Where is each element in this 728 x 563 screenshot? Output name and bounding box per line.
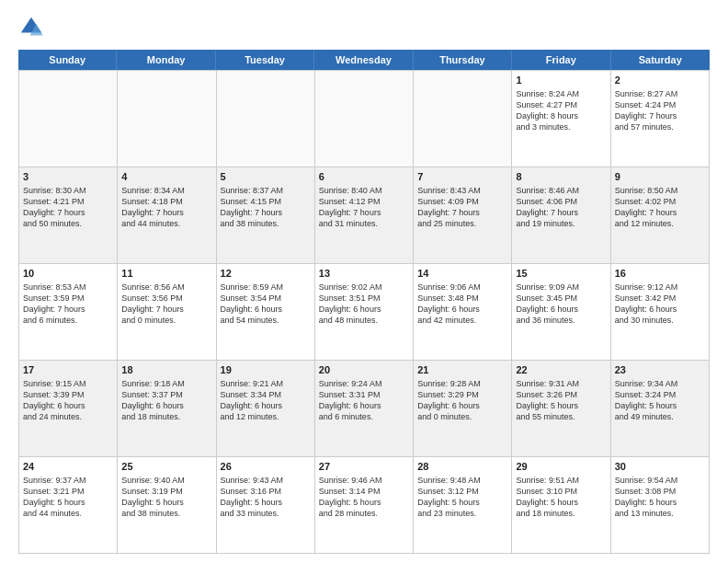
- week-row-1: 1Sunrise: 8:24 AM Sunset: 4:27 PM Daylig…: [19, 71, 710, 167]
- cell-info: Sunrise: 8:30 AM Sunset: 4:21 PM Dayligh…: [23, 185, 113, 230]
- calendar-header: SundayMondayTuesdayWednesdayThursdayFrid…: [18, 50, 710, 70]
- cell-info: Sunrise: 8:53 AM Sunset: 3:59 PM Dayligh…: [23, 282, 113, 327]
- cal-cell: 9Sunrise: 8:50 AM Sunset: 4:02 PM Daylig…: [611, 167, 710, 264]
- cell-info: Sunrise: 9:31 AM Sunset: 3:26 PM Dayligh…: [516, 378, 606, 423]
- cell-info: Sunrise: 8:59 AM Sunset: 3:54 PM Dayligh…: [221, 282, 311, 327]
- cal-cell: 17Sunrise: 9:15 AM Sunset: 3:39 PM Dayli…: [19, 361, 118, 457]
- cal-cell: 13Sunrise: 9:02 AM Sunset: 3:51 PM Dayli…: [315, 264, 414, 361]
- cal-cell: 28Sunrise: 9:48 AM Sunset: 3:12 PM Dayli…: [414, 457, 512, 554]
- cal-cell: [315, 71, 414, 167]
- day-number: 12: [221, 267, 311, 281]
- day-number: 6: [319, 170, 409, 184]
- day-number: 17: [23, 363, 113, 377]
- cal-cell: 4Sunrise: 8:34 AM Sunset: 4:18 PM Daylig…: [118, 167, 216, 264]
- cal-cell: 1Sunrise: 8:24 AM Sunset: 4:27 PM Daylig…: [512, 71, 610, 167]
- day-number: 3: [23, 170, 113, 184]
- day-number: 13: [319, 267, 409, 281]
- cal-cell: 15Sunrise: 9:09 AM Sunset: 3:45 PM Dayli…: [512, 264, 610, 361]
- cal-cell: 24Sunrise: 9:37 AM Sunset: 3:21 PM Dayli…: [19, 457, 118, 554]
- cell-info: Sunrise: 8:24 AM Sunset: 4:27 PM Dayligh…: [516, 88, 606, 133]
- day-number: 2: [615, 74, 705, 87]
- cell-info: Sunrise: 9:18 AM Sunset: 3:37 PM Dayligh…: [121, 378, 211, 423]
- cal-cell: 27Sunrise: 9:46 AM Sunset: 3:14 PM Dayli…: [315, 457, 414, 554]
- cell-info: Sunrise: 8:46 AM Sunset: 4:06 PM Dayligh…: [516, 185, 606, 230]
- cell-info: Sunrise: 9:28 AM Sunset: 3:29 PM Dayligh…: [417, 378, 507, 423]
- week-row-2: 3Sunrise: 8:30 AM Sunset: 4:21 PM Daylig…: [19, 167, 710, 264]
- cal-cell: 14Sunrise: 9:06 AM Sunset: 3:48 PM Dayli…: [414, 264, 512, 361]
- day-number: 14: [417, 267, 507, 281]
- calendar: SundayMondayTuesdayWednesdayThursdayFrid…: [18, 50, 710, 554]
- cell-info: Sunrise: 8:43 AM Sunset: 4:09 PM Dayligh…: [417, 185, 507, 230]
- day-number: 23: [615, 363, 705, 377]
- cell-info: Sunrise: 9:37 AM Sunset: 3:21 PM Dayligh…: [23, 475, 113, 520]
- header-day-monday: Monday: [117, 50, 215, 70]
- cell-info: Sunrise: 9:12 AM Sunset: 3:42 PM Dayligh…: [615, 282, 705, 327]
- header-day-wednesday: Wednesday: [314, 50, 413, 70]
- day-number: 11: [121, 267, 211, 281]
- day-number: 7: [417, 170, 507, 184]
- cal-cell: [414, 71, 512, 167]
- week-row-3: 10Sunrise: 8:53 AM Sunset: 3:59 PM Dayli…: [19, 264, 710, 361]
- cell-info: Sunrise: 9:02 AM Sunset: 3:51 PM Dayligh…: [319, 282, 409, 327]
- cell-info: Sunrise: 8:27 AM Sunset: 4:24 PM Dayligh…: [615, 88, 705, 133]
- cal-cell: 5Sunrise: 8:37 AM Sunset: 4:15 PM Daylig…: [217, 167, 315, 264]
- page: SundayMondayTuesdayWednesdayThursdayFrid…: [0, 0, 728, 563]
- calendar-body: 1Sunrise: 8:24 AM Sunset: 4:27 PM Daylig…: [18, 70, 710, 554]
- day-number: 26: [221, 460, 311, 474]
- cell-info: Sunrise: 9:21 AM Sunset: 3:34 PM Dayligh…: [221, 378, 311, 423]
- day-number: 22: [516, 363, 606, 377]
- header: [18, 15, 710, 40]
- header-day-saturday: Saturday: [611, 50, 710, 70]
- cal-cell: 29Sunrise: 9:51 AM Sunset: 3:10 PM Dayli…: [512, 457, 610, 554]
- day-number: 9: [615, 170, 705, 184]
- cell-info: Sunrise: 9:40 AM Sunset: 3:19 PM Dayligh…: [121, 475, 211, 520]
- cal-cell: 30Sunrise: 9:54 AM Sunset: 3:08 PM Dayli…: [611, 457, 710, 554]
- cell-info: Sunrise: 9:54 AM Sunset: 3:08 PM Dayligh…: [615, 475, 705, 520]
- cal-cell: 12Sunrise: 8:59 AM Sunset: 3:54 PM Dayli…: [217, 264, 315, 361]
- day-number: 16: [615, 267, 705, 281]
- cell-info: Sunrise: 8:50 AM Sunset: 4:02 PM Dayligh…: [615, 185, 705, 230]
- cell-info: Sunrise: 8:34 AM Sunset: 4:18 PM Dayligh…: [121, 185, 211, 230]
- cell-info: Sunrise: 9:51 AM Sunset: 3:10 PM Dayligh…: [516, 475, 606, 520]
- cal-cell: 18Sunrise: 9:18 AM Sunset: 3:37 PM Dayli…: [118, 361, 216, 457]
- cell-info: Sunrise: 9:46 AM Sunset: 3:14 PM Dayligh…: [319, 475, 409, 520]
- cal-cell: 3Sunrise: 8:30 AM Sunset: 4:21 PM Daylig…: [19, 167, 118, 264]
- week-row-5: 24Sunrise: 9:37 AM Sunset: 3:21 PM Dayli…: [19, 457, 710, 554]
- cal-cell: 16Sunrise: 9:12 AM Sunset: 3:42 PM Dayli…: [611, 264, 710, 361]
- cal-cell: 11Sunrise: 8:56 AM Sunset: 3:56 PM Dayli…: [118, 264, 216, 361]
- week-row-4: 17Sunrise: 9:15 AM Sunset: 3:39 PM Dayli…: [19, 361, 710, 457]
- day-number: 20: [319, 363, 409, 377]
- cal-cell: 2Sunrise: 8:27 AM Sunset: 4:24 PM Daylig…: [611, 71, 710, 167]
- cal-cell: 23Sunrise: 9:34 AM Sunset: 3:24 PM Dayli…: [611, 361, 710, 457]
- cal-cell: 10Sunrise: 8:53 AM Sunset: 3:59 PM Dayli…: [19, 264, 118, 361]
- cal-cell: [217, 71, 315, 167]
- cal-cell: 6Sunrise: 8:40 AM Sunset: 4:12 PM Daylig…: [315, 167, 414, 264]
- cal-cell: 22Sunrise: 9:31 AM Sunset: 3:26 PM Dayli…: [512, 361, 610, 457]
- cal-cell: 8Sunrise: 8:46 AM Sunset: 4:06 PM Daylig…: [512, 167, 610, 264]
- day-number: 4: [121, 170, 211, 184]
- cell-info: Sunrise: 8:40 AM Sunset: 4:12 PM Dayligh…: [319, 185, 409, 230]
- cal-cell: 21Sunrise: 9:28 AM Sunset: 3:29 PM Dayli…: [414, 361, 512, 457]
- header-day-thursday: Thursday: [414, 50, 512, 70]
- day-number: 8: [516, 170, 606, 184]
- cell-info: Sunrise: 9:15 AM Sunset: 3:39 PM Dayligh…: [23, 378, 113, 423]
- cell-info: Sunrise: 8:56 AM Sunset: 3:56 PM Dayligh…: [121, 282, 211, 327]
- day-number: 10: [23, 267, 113, 281]
- day-number: 29: [516, 460, 606, 474]
- day-number: 1: [516, 74, 606, 87]
- header-day-tuesday: Tuesday: [216, 50, 314, 70]
- cell-info: Sunrise: 9:09 AM Sunset: 3:45 PM Dayligh…: [516, 282, 606, 327]
- cell-info: Sunrise: 9:48 AM Sunset: 3:12 PM Dayligh…: [417, 475, 507, 520]
- cal-cell: [118, 71, 216, 167]
- header-day-friday: Friday: [512, 50, 610, 70]
- day-number: 15: [516, 267, 606, 281]
- day-number: 19: [221, 363, 311, 377]
- header-day-sunday: Sunday: [18, 50, 117, 70]
- logo-icon: [18, 15, 44, 40]
- cell-info: Sunrise: 9:34 AM Sunset: 3:24 PM Dayligh…: [615, 378, 705, 423]
- cell-info: Sunrise: 8:37 AM Sunset: 4:15 PM Dayligh…: [221, 185, 311, 230]
- cal-cell: 19Sunrise: 9:21 AM Sunset: 3:34 PM Dayli…: [217, 361, 315, 457]
- cal-cell: 26Sunrise: 9:43 AM Sunset: 3:16 PM Dayli…: [217, 457, 315, 554]
- day-number: 27: [319, 460, 409, 474]
- day-number: 30: [615, 460, 705, 474]
